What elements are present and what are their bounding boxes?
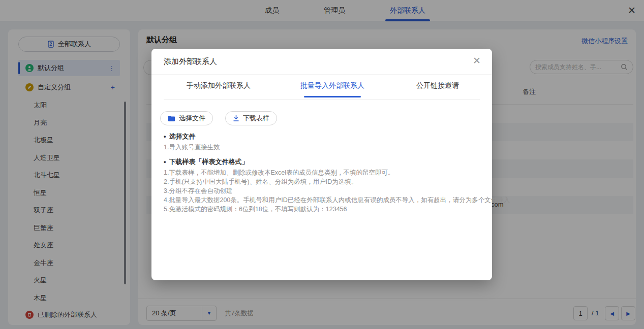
- instruction-line: 5.免激活模式的密码规则：6位到18位，不填写则默认为：123456: [164, 205, 347, 214]
- tab-batch-import[interactable]: 批量导入外部联系人: [300, 81, 364, 90]
- dialog-header-divider: [151, 74, 492, 75]
- choose-file-label: 选择文件: [179, 114, 205, 123]
- tab-manual-add[interactable]: 手动添加外部联系人: [187, 81, 251, 90]
- instruction-line: 4.批量导入最大数据200条。手机号和用户ID已经在外部联系人内或信息有误的成员…: [164, 196, 510, 205]
- bullet-icon: •: [164, 133, 166, 140]
- tab-public-link-invite[interactable]: 公开链接邀请: [416, 81, 459, 90]
- section-choose-file-heading: •选择文件: [164, 132, 196, 141]
- instruction-line: 3.分组不存在会自动创建: [164, 187, 232, 195]
- dialog-title: 添加外部联系人: [164, 57, 217, 67]
- download-template-button[interactable]: 下载表样: [225, 111, 277, 125]
- instruction-line: 1.导入账号直接生效: [164, 143, 220, 152]
- folder-icon: [168, 115, 175, 122]
- instruction-line: 1.下载表样，不能增加、删除或修改本Excel表的成员信息类别，不填的留空即可。: [164, 169, 394, 177]
- tabs-divider: [164, 100, 480, 100]
- active-tab-underline: [304, 96, 361, 97]
- download-icon: [233, 115, 239, 122]
- instruction-line: 2.手机(只支持中国大陆手机号)、姓名、分组为必填，用户ID为选填。: [164, 178, 357, 186]
- section-download-template-heading-text: 下载样表「样表文件格式」: [169, 158, 249, 166]
- bullet-icon: •: [164, 158, 166, 166]
- section-download-template-heading: •下载样表「样表文件格式」: [164, 157, 249, 167]
- add-external-contact-dialog: 添加外部联系人 ✕ 手动添加外部联系人 批量导入外部联系人 公开链接邀请 选择文…: [151, 49, 492, 280]
- dialog-close-icon[interactable]: ✕: [473, 55, 481, 67]
- section-choose-file-heading-text: 选择文件: [169, 133, 196, 140]
- download-template-label: 下载表样: [243, 114, 269, 123]
- choose-file-button[interactable]: 选择文件: [160, 111, 213, 125]
